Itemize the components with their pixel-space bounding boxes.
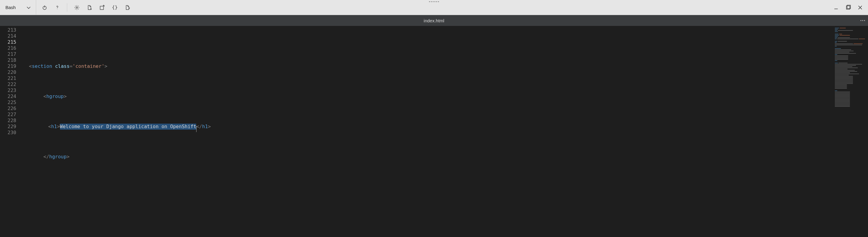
- profile-selector[interactable]: Bash: [0, 0, 36, 15]
- profile-selector-label: Bash: [5, 5, 16, 10]
- editor-tabbar: index.html: [0, 15, 868, 26]
- grip-icon: [429, 1, 439, 2]
- chevron-down-icon: [26, 4, 32, 10]
- close-icon[interactable]: [857, 4, 863, 10]
- active-tab-label[interactable]: index.html: [424, 18, 444, 23]
- braces-icon[interactable]: [112, 4, 118, 10]
- line-number: 223: [0, 87, 16, 93]
- minimize-icon[interactable]: [833, 4, 839, 10]
- tab-more-icon[interactable]: [861, 20, 865, 21]
- line-number: 222: [0, 81, 16, 87]
- power-icon[interactable]: [41, 4, 48, 10]
- code-content[interactable]: <section class='container'> <hgroup> <h1…: [19, 26, 833, 237]
- line-number: 214: [0, 33, 16, 39]
- svg-rect-3: [100, 6, 103, 9]
- line-number: 220: [0, 69, 16, 76]
- line-number-gutter: 213 214 215 216 217 218 219 220 221 222 …: [0, 26, 19, 237]
- line-number: 229: [0, 124, 16, 130]
- new-file-icon[interactable]: [87, 4, 93, 10]
- svg-point-2: [76, 7, 78, 8]
- help-icon[interactable]: [54, 4, 60, 10]
- line-number: 224: [0, 93, 16, 99]
- line-number: 219: [0, 63, 16, 69]
- line-number: 226: [0, 106, 16, 112]
- line-number: 213: [0, 27, 16, 33]
- new-tab-icon[interactable]: [99, 4, 105, 10]
- maximize-icon[interactable]: [845, 4, 851, 10]
- open-file-icon[interactable]: [124, 4, 130, 10]
- code-line[interactable]: [19, 208, 833, 214]
- minimap[interactable]: [833, 26, 868, 237]
- editor-selection: Welcome to your Django application on Op…: [60, 124, 196, 130]
- line-number: 221: [0, 76, 16, 81]
- line-number: 217: [0, 51, 16, 57]
- code-line[interactable]: <section class='container'>: [19, 63, 833, 69]
- line-number: 225: [0, 99, 16, 106]
- code-line[interactable]: <hgroup>: [19, 93, 833, 99]
- settings-icon[interactable]: [74, 4, 80, 10]
- line-number: 228: [0, 118, 16, 124]
- terminal-toolbar: Bash: [0, 0, 868, 15]
- code-line[interactable]: <h1>Welcome to your Django application o…: [19, 124, 833, 130]
- code-editor[interactable]: 213 214 215 216 217 218 219 220 221 222 …: [0, 26, 868, 237]
- line-number: 216: [0, 45, 16, 51]
- line-number: 230: [0, 130, 16, 136]
- code-line[interactable]: </hgroup>: [19, 154, 833, 160]
- line-number: 227: [0, 112, 16, 118]
- code-line[interactable]: [19, 184, 833, 190]
- svg-point-1: [57, 8, 57, 9]
- line-number: 218: [0, 57, 16, 63]
- line-number: 215: [0, 39, 16, 45]
